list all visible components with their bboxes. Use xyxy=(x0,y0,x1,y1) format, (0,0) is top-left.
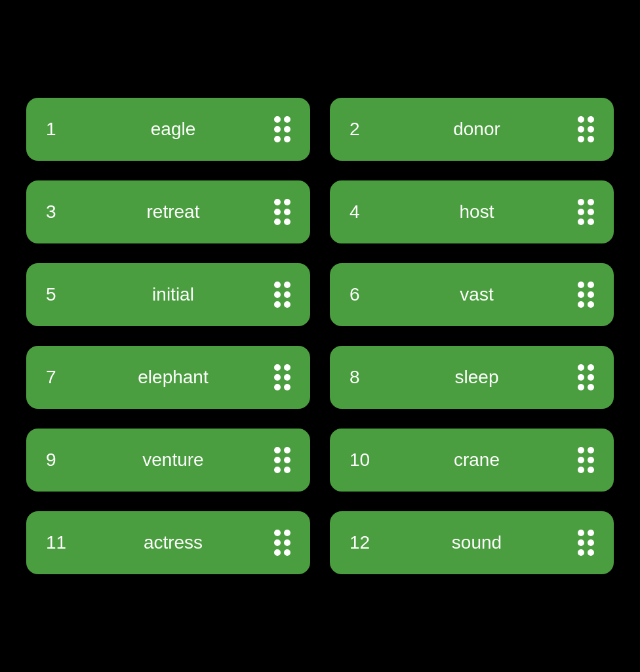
card-number-10: 10 xyxy=(350,450,376,471)
card-number-5: 5 xyxy=(46,284,72,305)
card-number-11: 11 xyxy=(46,532,72,553)
card-number-9: 9 xyxy=(46,450,72,471)
card-word-11: actress xyxy=(72,532,274,553)
card-number-6: 6 xyxy=(350,284,376,305)
dots-icon-11 xyxy=(274,530,290,556)
card-11[interactable]: 11actress xyxy=(26,511,310,574)
dots-icon-6 xyxy=(578,282,594,308)
card-word-7: elephant xyxy=(72,367,274,388)
dots-icon-12 xyxy=(578,530,594,556)
dots-icon-9 xyxy=(274,447,290,473)
card-number-7: 7 xyxy=(46,367,72,388)
dots-icon-4 xyxy=(578,199,594,225)
dots-icon-8 xyxy=(578,364,594,390)
card-10[interactable]: 10crane xyxy=(330,429,614,492)
card-word-12: sound xyxy=(376,532,578,553)
card-number-3: 3 xyxy=(46,201,72,222)
card-word-9: venture xyxy=(72,450,274,471)
card-word-4: host xyxy=(376,201,578,222)
word-grid: 1eagle2donor3retreat4host5initial6vast7e… xyxy=(0,72,640,600)
card-8[interactable]: 8sleep xyxy=(330,346,614,409)
card-word-1: eagle xyxy=(72,119,274,140)
card-12[interactable]: 12sound xyxy=(330,511,614,574)
dots-icon-5 xyxy=(274,282,290,308)
card-4[interactable]: 4host xyxy=(330,180,614,243)
card-word-2: donor xyxy=(376,119,578,140)
card-number-1: 1 xyxy=(46,119,72,140)
card-word-3: retreat xyxy=(72,201,274,222)
dots-icon-7 xyxy=(274,364,290,390)
card-7[interactable]: 7elephant xyxy=(26,346,310,409)
card-number-4: 4 xyxy=(350,201,376,222)
card-9[interactable]: 9venture xyxy=(26,429,310,492)
dots-icon-10 xyxy=(578,447,594,473)
card-2[interactable]: 2donor xyxy=(330,98,614,161)
dots-icon-3 xyxy=(274,199,290,225)
dots-icon-2 xyxy=(578,116,594,142)
card-number-8: 8 xyxy=(350,367,376,388)
card-3[interactable]: 3retreat xyxy=(26,180,310,243)
card-6[interactable]: 6vast xyxy=(330,263,614,326)
card-number-2: 2 xyxy=(350,119,376,140)
card-1[interactable]: 1eagle xyxy=(26,98,310,161)
card-word-10: crane xyxy=(376,450,578,471)
dots-icon-1 xyxy=(274,116,290,142)
card-5[interactable]: 5initial xyxy=(26,263,310,326)
card-word-5: initial xyxy=(72,284,274,305)
card-word-8: sleep xyxy=(376,367,578,388)
card-number-12: 12 xyxy=(350,532,376,553)
card-word-6: vast xyxy=(376,284,578,305)
